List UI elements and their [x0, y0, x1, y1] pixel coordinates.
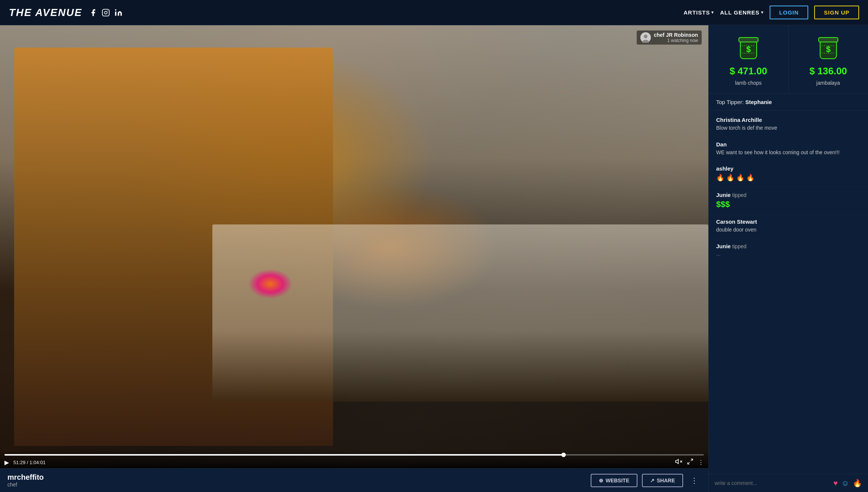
comment-input[interactable] — [715, 478, 830, 488]
bottom-actions: ⊕ WEBSITE ↗ SHARE ⋮ — [591, 474, 701, 487]
top-tipper-name: Stephanie — [745, 99, 772, 105]
comment-user: Dan — [716, 141, 861, 148]
nav-artists[interactable]: ARTISTS ▾ — [683, 9, 714, 16]
tip-jar-jambalaya: $ $ 136.00 jambalaya — [789, 25, 868, 93]
tip-jar-lamb-chops: $ $ 471.00 lamb chops — [709, 25, 789, 93]
website-button[interactable]: ⊕ WEBSITE — [591, 474, 637, 487]
top-tipper: Top Tipper: Stephanie — [709, 94, 868, 111]
login-button[interactable]: LOGIN — [770, 6, 809, 19]
tip-amount: $$$ — [716, 200, 861, 209]
streamer-info: mrcheffito chef — [7, 473, 44, 488]
comment-item: Junie tipped ... — [709, 239, 868, 262]
video-container[interactable]: chef JR Robinson 1 watching now ▶ — [0, 25, 708, 468]
input-icons: ♥ ☺ 🔥 — [833, 479, 862, 488]
stream-overlay: chef JR Robinson 1 watching now — [637, 30, 702, 45]
fire-icon[interactable]: 🔥 — [853, 479, 862, 488]
comment-item: Christina Archille Blow torch is def the… — [709, 112, 868, 137]
streamer-handle: mrcheffito — [7, 473, 44, 482]
comment-item: Junie tipped $$$ — [709, 187, 868, 214]
progress-fill — [4, 454, 564, 456]
comment-user: Carson Stewart — [716, 219, 861, 225]
controls-row: ▶ 51:29 / 1:04:01 — [4, 458, 704, 467]
share-button[interactable]: ↗ SHARE — [642, 474, 683, 487]
time-display: 51:29 / 1:04:01 — [13, 460, 46, 465]
chevron-down-icon: ▾ — [761, 10, 764, 15]
kitchen-counter — [212, 224, 708, 402]
comment-text: double door oven — [716, 226, 861, 234]
instagram-icon[interactable] — [101, 8, 110, 17]
nav-genres[interactable]: ALL GENRES ▾ — [720, 9, 763, 16]
svg-text:$: $ — [826, 45, 831, 54]
comment-item: ashley 🔥 🔥 🔥 🔥 — [709, 161, 868, 187]
tip-jars: $ $ 471.00 lamb chops $ — [709, 25, 868, 94]
bottom-bar: mrcheffito chef ⊕ WEBSITE ↗ SHARE ⋮ — [0, 468, 708, 492]
chevron-down-icon: ▾ — [711, 10, 714, 15]
jar-icon-2[interactable]: $ — [813, 33, 843, 62]
controls-left: ▶ 51:29 / 1:04:01 — [4, 459, 46, 466]
stream-avatar — [640, 32, 651, 43]
share-icon: ↗ — [650, 478, 655, 483]
comment-user: Junie tipped — [716, 243, 861, 249]
jar-amount-2: $ 136.00 — [809, 65, 847, 77]
svg-rect-0 — [102, 9, 109, 16]
svg-point-5 — [644, 35, 647, 38]
stream-info: chef JR Robinson 1 watching now — [654, 32, 698, 43]
video-controls: ▶ 51:29 / 1:04:01 — [0, 451, 708, 468]
more-icon[interactable]: ⋮ — [698, 459, 704, 466]
emoji-icon[interactable]: ☺ — [842, 479, 849, 488]
comment-text: WE want to see how it looks coming out o… — [716, 149, 861, 156]
svg-rect-13 — [739, 38, 758, 42]
svg-marker-7 — [676, 459, 679, 464]
streamer-tag: chef — [7, 482, 44, 488]
svg-point-3 — [115, 9, 117, 10]
jar-label-1: lamb chops — [735, 80, 762, 86]
signup-button[interactable]: SIGN UP — [814, 6, 859, 19]
stream-name: chef JR Robinson — [654, 32, 698, 38]
mute-icon[interactable] — [675, 458, 682, 467]
comment-emoji: 🔥 🔥 🔥 🔥 — [716, 173, 861, 182]
facebook-icon[interactable] — [89, 8, 98, 17]
svg-rect-18 — [819, 38, 838, 42]
video-section: chef JR Robinson 1 watching now ▶ — [0, 25, 708, 492]
svg-line-11 — [688, 462, 689, 464]
social-icons — [89, 8, 123, 17]
globe-icon: ⊕ — [599, 478, 603, 483]
linkedin-icon[interactable] — [114, 8, 123, 17]
svg-point-2 — [107, 10, 108, 11]
sidebar: $ $ 471.00 lamb chops $ — [708, 25, 868, 492]
comment-dots: ... — [716, 251, 861, 257]
comment-user: Junie tipped — [716, 192, 861, 198]
comment-input-area: ♥ ☺ 🔥 — [709, 474, 868, 492]
comment-item: Dan WE want to see how it looks coming o… — [709, 137, 868, 161]
logo[interactable]: The AVENUE — [9, 7, 82, 19]
play-icon[interactable]: ▶ — [4, 459, 9, 466]
comment-user: ashley — [716, 165, 861, 172]
svg-line-10 — [691, 459, 693, 461]
fire-glow — [248, 269, 293, 299]
header-right: ARTISTS ▾ ALL GENRES ▾ LOGIN SIGN UP — [683, 6, 859, 19]
comment-text: Blow torch is def the move — [716, 124, 861, 132]
controls-right: ⋮ — [675, 458, 704, 467]
jar-amount-1: $ 471.00 — [730, 65, 767, 77]
fullscreen-icon[interactable] — [687, 458, 694, 466]
svg-point-1 — [105, 11, 107, 14]
progress-dot — [561, 453, 566, 457]
header: The AVENUE — [0, 0, 868, 25]
comment-item: Carson Stewart double door oven — [709, 214, 868, 239]
header-left: The AVENUE — [9, 7, 123, 19]
heart-icon[interactable]: ♥ — [833, 479, 838, 488]
main-layout: chef JR Robinson 1 watching now ▶ — [0, 25, 868, 492]
stream-watching: 1 watching now — [654, 38, 698, 43]
svg-text:$: $ — [746, 45, 751, 54]
comments-list[interactable]: Christina Archille Blow torch is def the… — [709, 111, 868, 474]
more-options-button[interactable]: ⋮ — [688, 475, 701, 486]
progress-bar[interactable] — [4, 454, 704, 456]
jar-icon-1[interactable]: $ — [734, 33, 763, 62]
jar-label-2: jambalaya — [816, 80, 840, 86]
comment-user: Christina Archille — [716, 117, 861, 123]
video-placeholder: chef JR Robinson 1 watching now ▶ — [0, 25, 708, 468]
